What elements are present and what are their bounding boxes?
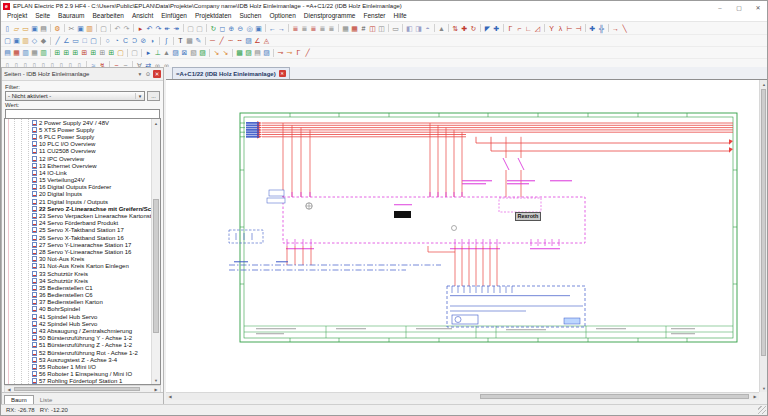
page-forward-icon[interactable]: ▢ [195, 24, 204, 33]
panel-header[interactable]: Seiten - IDB Holz Einleimanlage ▾ ⊙ ✕ [2, 68, 163, 81]
zoom-100-icon[interactable]: ◎ [245, 24, 254, 33]
page-item[interactable]: 28 Servo Y-Linearachse Station 16 [5, 248, 152, 255]
potential-icon[interactable]: ⊥ [153, 48, 162, 57]
page-item[interactable]: 33 Schutztür Kreis [5, 270, 152, 277]
scroll-down-icon[interactable]: ▼ [760, 384, 768, 392]
menu-fenster[interactable]: Fenster [360, 12, 390, 19]
dim-aligned-icon[interactable]: ╱ [217, 36, 226, 45]
window-cascade-icon[interactable]: ▭ [391, 24, 400, 33]
paste-icon[interactable]: ▥ [85, 24, 94, 33]
page-item[interactable]: 34 Schutztür Kreis [5, 277, 152, 284]
menu-dienstprogramme[interactable]: Dienstprogramme [300, 12, 360, 19]
page-macro-icon[interactable]: ▢ [3, 36, 12, 45]
corner-upper-right-icon[interactable]: ⌐ [515, 24, 524, 33]
page-item[interactable]: 11 CU2508 Overview [5, 148, 152, 155]
insert-symbol-icon[interactable]: ◇ [30, 36, 39, 45]
cross-node-icon[interactable]: ✚ [588, 24, 597, 33]
t-node-right-icon[interactable]: ⊢ [565, 24, 574, 33]
close-icon[interactable]: ✕ [753, 3, 763, 12]
print-icon[interactable]: ▤ [39, 24, 48, 33]
page-back-icon[interactable]: ▢ [186, 24, 195, 33]
editor-vertical-scrollbar[interactable]: ▲ ▼ [759, 80, 767, 392]
layer-view-icon[interactable]: ▦ [30, 48, 39, 57]
tab-baum[interactable]: Baum [4, 395, 34, 404]
polyline-icon[interactable]: ∠ [62, 36, 71, 45]
connection-definition-icon[interactable]: ⊸ [276, 48, 285, 57]
schematic-canvas[interactable]: Rexroth [166, 80, 760, 392]
terminal-list-icon[interactable]: ≣ [300, 24, 309, 33]
graphical-preview-icon[interactable]: ▦ [12, 48, 21, 57]
zoom-out-icon[interactable]: ⊖ [236, 24, 245, 33]
scrollbar-thumb[interactable] [153, 199, 159, 334]
hyperlink-icon[interactable]: ✎ [194, 36, 203, 45]
drag-mode-icon[interactable]: ◫ [377, 24, 386, 33]
page-item[interactable]: 13 Ethernet Overview [5, 162, 152, 169]
scrollbar-thumb[interactable] [14, 387, 140, 391]
dim-radius-icon[interactable]: ◬ [262, 36, 271, 45]
arc-center-icon[interactable]: Ɔ [130, 36, 139, 45]
move-icon[interactable]: ✚ [460, 24, 469, 33]
menu-optionen[interactable]: Optionen [265, 12, 299, 19]
page-item[interactable]: 35 Bedienstellen C1 [5, 284, 152, 291]
page-item[interactable]: 21 Digital Inputs / Outputs [5, 198, 152, 205]
snap-grid-icon[interactable]: # [359, 24, 368, 33]
next-page-icon[interactable]: → [277, 24, 286, 33]
grid-show-icon[interactable]: ▦ [341, 24, 350, 33]
maximize-icon[interactable]: ▢ [734, 3, 744, 12]
text-icon[interactable]: T [176, 36, 185, 45]
dim-baseline-icon[interactable]: ╌ [235, 36, 244, 45]
dim-linear-icon[interactable]: ─ [208, 36, 217, 45]
page-item[interactable]: 37 Bedienstellen Karton [5, 299, 152, 306]
page-item[interactable]: 12 IPC Overview [5, 155, 152, 162]
scroll-down-icon[interactable]: ▼ [152, 376, 160, 384]
node-auto-icon[interactable]: ╬ [597, 24, 606, 33]
page-item[interactable]: 30 Not-Aus Kreis [5, 256, 152, 263]
corner-lower-right-icon[interactable]: ◿ [533, 24, 542, 33]
panel-close-icon[interactable]: ✕ [153, 70, 161, 78]
chevron-down-icon[interactable]: ▾ [136, 70, 144, 78]
circle-arc-icon[interactable]: ◔ [112, 36, 121, 45]
page-item[interactable]: 25 Servo X-Taktband Station 17 [5, 227, 152, 234]
menu-suchen[interactable]: Suchen [235, 12, 265, 19]
new-page-icon[interactable]: ▯ [3, 24, 12, 33]
select-tool-icon[interactable]: ◤ [483, 24, 492, 33]
scrollbar-thumb[interactable] [761, 89, 766, 356]
page-item[interactable]: 26 Servo X-Taktband Station 16 [5, 234, 152, 241]
page-item[interactable]: 20 Digital Inputs [5, 191, 152, 198]
redo-all-icon[interactable]: ↠ [172, 24, 181, 33]
goto-target-icon[interactable]: ↘ [221, 48, 230, 57]
backup-icon[interactable]: ▣ [30, 24, 39, 33]
copy-icon[interactable]: ▣ [76, 24, 85, 33]
open-page-icon[interactable]: ▱ [12, 24, 21, 33]
align-left-icon[interactable]: ◧ [405, 24, 414, 33]
image-icon[interactable]: ▩ [185, 36, 194, 45]
plc-list-icon[interactable]: ≣ [318, 24, 327, 33]
page-item[interactable]: 27 Servo Y-Linearachse Station 17 [5, 241, 152, 248]
page-item[interactable]: 55 Roboter 1 Mini I/O [5, 363, 152, 370]
page-item[interactable]: 53 Auszugstest Z - Achse 3-4 [5, 356, 152, 363]
page-item[interactable]: 2 Power Supply 24V / 48V [5, 119, 152, 126]
bookmark-icon[interactable]: ▸ [136, 24, 145, 33]
open-project-icon[interactable]: ▭ [21, 24, 30, 33]
design-mode-icon[interactable]: ◫ [368, 24, 377, 33]
hatch-icon[interactable]: ▨ [244, 36, 253, 45]
circle-icon[interactable]: ○ [103, 36, 112, 45]
layer-management-icon[interactable]: ▲ [437, 24, 446, 33]
page-item[interactable]: 22 Servo Z-Linearachse mit Greifern/Schw… [5, 205, 152, 212]
black-boxes-icon[interactable]: ⊞ [107, 48, 116, 57]
page-item[interactable]: 41 Spindel Hub Servo [5, 313, 152, 320]
select-all-icon[interactable]: ▸ [144, 48, 153, 57]
page-item[interactable]: 10 PLC I/O Overview [5, 141, 152, 148]
prev-page-icon[interactable]: ← [268, 24, 277, 33]
connections-icon[interactable]: ▧ [189, 48, 198, 57]
terminal-strips-icon[interactable]: ⊞ [53, 48, 62, 57]
page-navigator-icon[interactable]: ▤ [3, 48, 12, 57]
rectangle-icon[interactable]: ▭ [71, 36, 80, 45]
zoom-fit-icon[interactable]: ▣ [254, 24, 263, 33]
page-item[interactable]: 5 XTS Power Supply [5, 126, 152, 133]
scroll-up-icon[interactable]: ▲ [152, 119, 160, 127]
page-item[interactable]: 24 Servo Förderband Produkt [5, 220, 152, 227]
t-node-down-icon[interactable]: Y [547, 24, 556, 33]
sector-icon[interactable]: ◗ [148, 36, 157, 45]
corner-lower-left-icon[interactable]: ∟ [524, 24, 533, 33]
